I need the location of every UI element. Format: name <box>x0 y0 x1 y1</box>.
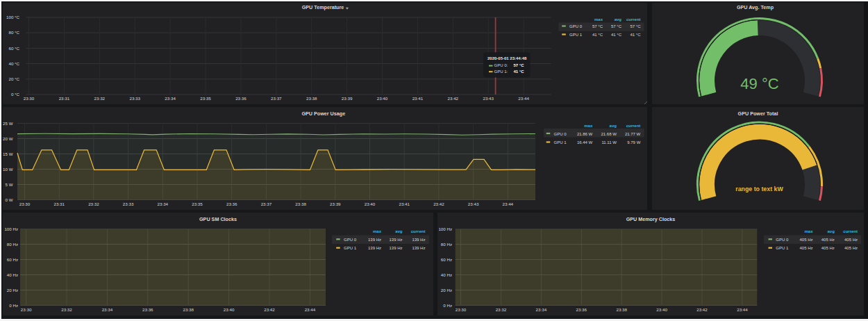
svg-text:23:36: 23:36 <box>142 307 153 312</box>
svg-text:23:30: 23:30 <box>21 307 32 312</box>
svg-text:23:38: 23:38 <box>616 307 627 312</box>
svg-text:range to text kW: range to text kW <box>735 186 783 192</box>
svg-text:23:42: 23:42 <box>433 201 444 206</box>
svg-text:max: max <box>584 124 593 128</box>
svg-text:21.77 W: 21.77 W <box>625 132 641 136</box>
svg-text:23:43: 23:43 <box>483 96 494 101</box>
svg-text:0 Hz: 0 Hz <box>9 303 18 308</box>
svg-text:23:43: 23:43 <box>468 201 479 206</box>
svg-text:405 Hz: 405 Hz <box>844 246 858 250</box>
svg-text:23:32: 23:32 <box>61 307 72 312</box>
svg-text:23:36: 23:36 <box>576 307 587 312</box>
svg-text:GPU 0:: GPU 0: <box>494 63 508 67</box>
svg-text:23:38: 23:38 <box>183 307 194 312</box>
svg-text:23:42: 23:42 <box>448 96 459 101</box>
svg-text:21.68 W: 21.68 W <box>601 132 617 136</box>
svg-text:current: current <box>411 229 426 233</box>
svg-text:GPU 1: GPU 1 <box>569 33 583 37</box>
svg-text:139 Hz: 139 Hz <box>368 238 381 242</box>
svg-text:23:38: 23:38 <box>295 201 306 206</box>
svg-text:GPU 1:: GPU 1: <box>494 69 508 74</box>
svg-text:GPU SM Clocks: GPU SM Clocks <box>199 216 237 222</box>
svg-text:GPU Power Total: GPU Power Total <box>738 110 778 117</box>
svg-text:GPU Power Usage: GPU Power Usage <box>301 110 345 117</box>
svg-text:max: max <box>373 229 382 233</box>
svg-text:23:35: 23:35 <box>192 201 203 206</box>
svg-text:23:42: 23:42 <box>696 307 708 312</box>
svg-text:23:36: 23:36 <box>226 201 237 206</box>
svg-text:23:41: 23:41 <box>412 96 424 101</box>
svg-text:23:44: 23:44 <box>518 96 529 101</box>
svg-text:57 °C: 57 °C <box>611 24 622 28</box>
svg-text:23:32: 23:32 <box>88 201 99 206</box>
svg-text:23:30: 23:30 <box>456 307 467 312</box>
svg-text:23:30: 23:30 <box>24 96 35 101</box>
svg-text:23:33: 23:33 <box>123 201 134 206</box>
svg-text:23:40: 23:40 <box>224 307 235 312</box>
svg-text:139 Hz: 139 Hz <box>389 246 402 250</box>
svg-text:23:41: 23:41 <box>399 201 410 206</box>
svg-text:405 Hz: 405 Hz <box>821 238 835 242</box>
svg-text:2020-05-01 23:44:48: 2020-05-01 23:44:48 <box>487 56 527 60</box>
svg-text:100 Hz: 100 Hz <box>4 227 18 231</box>
svg-text:80 Hz: 80 Hz <box>441 242 452 247</box>
svg-text:20 °C: 20 °C <box>8 76 19 81</box>
svg-text:GPU 1: GPU 1 <box>554 140 567 145</box>
svg-text:23:31: 23:31 <box>59 96 70 101</box>
svg-text:current: current <box>843 229 858 233</box>
svg-text:0 Hz: 0 Hz <box>443 303 452 308</box>
svg-text:max: max <box>594 17 603 22</box>
svg-text:16.44 W: 16.44 W <box>577 140 593 145</box>
svg-text:23:42: 23:42 <box>264 307 275 312</box>
svg-text:23:33: 23:33 <box>129 96 140 101</box>
svg-text:80 Hz: 80 Hz <box>7 242 18 247</box>
svg-text:23:31: 23:31 <box>53 201 65 206</box>
svg-text:23:37: 23:37 <box>261 201 272 206</box>
svg-text:max: max <box>804 229 813 233</box>
svg-text:23:40: 23:40 <box>365 201 376 206</box>
svg-text:avg: avg <box>827 229 835 233</box>
svg-text:20 W: 20 W <box>3 136 13 141</box>
svg-text:25 W: 25 W <box>3 121 13 126</box>
svg-text:405 Hz: 405 Hz <box>799 238 812 242</box>
svg-text:23:35: 23:35 <box>200 96 211 101</box>
svg-text:23:40: 23:40 <box>377 96 388 101</box>
svg-text:139 Hz: 139 Hz <box>412 238 425 242</box>
svg-text:0 W: 0 W <box>5 197 12 202</box>
svg-text:80 °C: 80 °C <box>8 30 19 35</box>
svg-text:23:34: 23:34 <box>158 201 169 206</box>
svg-text:15 W: 15 W <box>3 151 13 156</box>
svg-text:23:44: 23:44 <box>503 201 514 206</box>
svg-text:GPU 0: GPU 0 <box>344 238 357 242</box>
svg-text:23:36: 23:36 <box>235 96 247 101</box>
svg-text:23:44: 23:44 <box>737 307 748 312</box>
svg-text:23:38: 23:38 <box>306 96 317 101</box>
svg-text:60 Hz: 60 Hz <box>7 257 18 262</box>
svg-text:41 °C: 41 °C <box>611 33 622 37</box>
svg-text:GPU Avg. Temp: GPU Avg. Temp <box>737 4 774 10</box>
svg-text:23:39: 23:39 <box>330 201 341 206</box>
svg-text:5 W: 5 W <box>5 182 12 187</box>
svg-text:23:34: 23:34 <box>102 307 113 312</box>
svg-text:40 Hz: 40 Hz <box>441 272 452 277</box>
svg-text:11.11 W: 11.11 W <box>601 140 617 145</box>
svg-text:23:34: 23:34 <box>536 307 547 312</box>
svg-text:GPU 0: GPU 0 <box>776 238 789 242</box>
svg-text:23:40: 23:40 <box>656 307 667 312</box>
svg-text:21.86 W: 21.86 W <box>577 132 593 136</box>
svg-text:41 °C: 41 °C <box>631 33 642 37</box>
svg-text:139 Hz: 139 Hz <box>389 238 402 242</box>
svg-text:avg: avg <box>615 17 622 22</box>
svg-text:GPU 0: GPU 0 <box>554 132 567 136</box>
svg-text:405 Hz: 405 Hz <box>799 246 812 250</box>
svg-text:139 Hz: 139 Hz <box>368 246 381 250</box>
svg-text:40 °C: 40 °C <box>8 61 19 66</box>
svg-text:avg: avg <box>395 229 403 233</box>
svg-text:10 W: 10 W <box>3 167 13 172</box>
svg-text:60 °C: 60 °C <box>8 46 19 51</box>
svg-text:23:37: 23:37 <box>271 96 282 101</box>
svg-text:405 Hz: 405 Hz <box>844 238 858 242</box>
svg-text:current: current <box>626 124 641 128</box>
svg-text:GPU 1: GPU 1 <box>344 246 357 250</box>
svg-text:GPU 0: GPU 0 <box>569 24 583 28</box>
